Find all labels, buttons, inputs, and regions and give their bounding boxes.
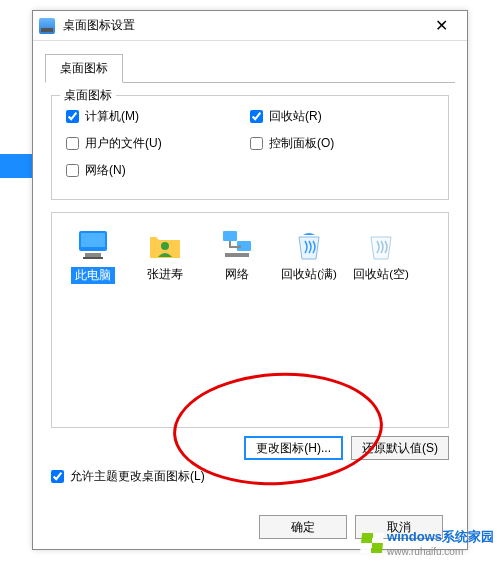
network-icon [219,227,255,263]
app-icon [39,18,55,34]
check-userfiles-label: 用户的文件(U) [85,135,162,152]
check-recycle-box[interactable] [250,110,263,123]
check-ctrlpanel-label: 控制面板(O) [269,135,334,152]
icon-this-pc[interactable]: 此电脑 [60,223,126,288]
icon-recycle-empty[interactable]: 回收站(空) [348,223,414,288]
recycle-empty-icon [363,227,399,263]
check-computer-box[interactable] [66,110,79,123]
desktop-icon-settings-dialog: 桌面图标设置 ✕ 桌面图标 桌面图标 计算机(M) 回收站(R) [32,10,468,550]
check-network-label: 网络(N) [85,162,126,179]
svg-rect-2 [85,253,101,257]
check-ctrlpanel-box[interactable] [250,137,263,150]
watermark-brand: windows系统家园 [387,528,494,546]
dialog-content: 桌面图标 计算机(M) 回收站(R) 用户的文件(U) 控制面板(O) [33,83,467,493]
check-network-box[interactable] [66,164,79,177]
computer-icon [75,227,111,263]
icon-label: 张进寿 [147,267,183,282]
recycle-full-icon [291,227,327,263]
svg-rect-3 [83,257,103,259]
watermark: windows系统家园 www.ruhaifu.com [361,528,494,557]
icon-label: 网络 [225,267,249,282]
watermark-url: www.ruhaifu.com [387,546,494,557]
icon-label: 回收站(空) [353,267,409,282]
check-userfiles[interactable]: 用户的文件(U) [66,135,250,152]
svg-point-4 [161,242,169,250]
svg-rect-5 [223,231,237,241]
icon-network[interactable]: 网络 [204,223,270,288]
group-legend: 桌面图标 [60,87,116,104]
check-computer[interactable]: 计算机(M) [66,108,250,125]
tabstrip: 桌面图标 [45,53,455,83]
check-recycle[interactable]: 回收站(R) [250,108,434,125]
svg-rect-1 [81,233,105,247]
check-ctrlpanel[interactable]: 控制面板(O) [250,135,434,152]
allow-theme-checkbox[interactable] [51,470,64,483]
icon-user-folder[interactable]: 张进寿 [132,223,198,288]
desktop-icons-group: 桌面图标 计算机(M) 回收站(R) 用户的文件(U) 控制面板(O) [51,95,449,200]
close-button[interactable]: ✕ [421,12,461,40]
icon-buttons-row: 更改图标(H)... 还原默认值(S) [51,436,449,460]
svg-rect-7 [225,253,249,257]
ok-button[interactable]: 确定 [259,515,347,539]
icon-recycle-full[interactable]: 回收站(满) [276,223,342,288]
allow-theme-label: 允许主题更改桌面图标(L) [70,468,205,485]
restore-default-button[interactable]: 还原默认值(S) [351,436,449,460]
icon-label: 此电脑 [71,267,115,284]
icon-label: 回收站(满) [281,267,337,282]
user-folder-icon [147,227,183,263]
check-userfiles-box[interactable] [66,137,79,150]
tab-desktop-icons[interactable]: 桌面图标 [45,54,123,83]
change-icon-button[interactable]: 更改图标(H)... [244,436,343,460]
windows-flag-icon [360,533,384,553]
icon-preview-panel: 此电脑 张进寿 网 [51,212,449,428]
tab-label: 桌面图标 [60,61,108,75]
check-computer-label: 计算机(M) [85,108,139,125]
titlebar: 桌面图标设置 ✕ [33,11,467,41]
check-recycle-label: 回收站(R) [269,108,322,125]
check-network[interactable]: 网络(N) [66,162,250,179]
allow-theme-row[interactable]: 允许主题更改桌面图标(L) [51,468,449,485]
dialog-title: 桌面图标设置 [63,17,421,34]
close-icon: ✕ [435,16,448,35]
